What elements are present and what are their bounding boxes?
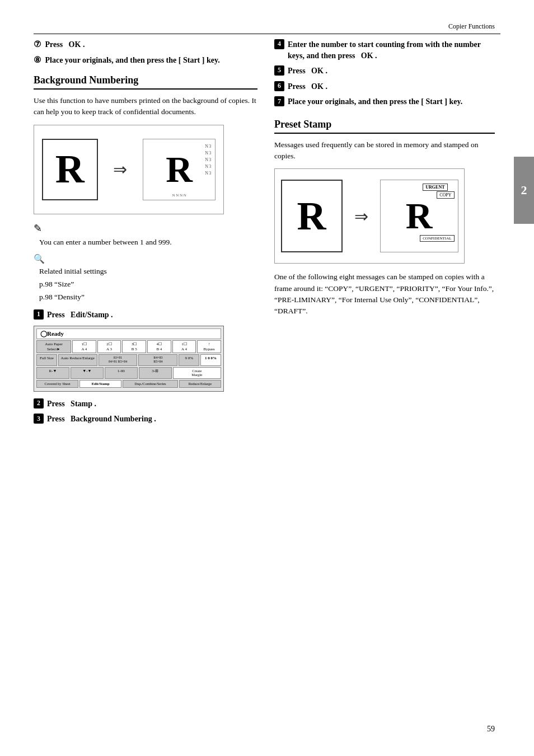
stamp-result-box: R URGENT COPY CONFIDENTIAL [380, 180, 458, 252]
machine-cell-fullsize: Full Size [36, 354, 57, 365]
note-icon: ✎ [34, 222, 257, 234]
left-column: ⑦ Press OK . ⑧ Place your originals, and… [34, 39, 257, 429]
arrow-symbol: ⇒ [113, 159, 127, 179]
background-numbering-body: Use this function to have numbers printe… [34, 95, 257, 118]
step-num: 4 [274, 39, 284, 49]
stamp-confidential-label: CONFIDENTIAL [420, 235, 454, 242]
machine-header: ◯Ready [36, 328, 221, 339]
step-text: Press OK . [288, 81, 495, 92]
left-step-3: 3 Press Background Numbering . [34, 414, 257, 425]
machine-cell-create-margin: CreateMargin [173, 367, 221, 379]
step-num: 3 [34, 414, 44, 424]
step-num: 5 [274, 65, 284, 76]
preset-stamp-body: Messages used frequently can be stored i… [274, 139, 495, 162]
stamp-copy-label: COPY [437, 191, 454, 199]
background-numbering-image: R ⇒ R N3 N3 N3 N3 N3 N N N N [34, 125, 224, 214]
step-num: 7 [274, 96, 284, 106]
machine-row-3: R-▼ ▼-▼ 1-00 3-⊞ CreateMargin [36, 367, 221, 379]
left-step-7-top: ⑧ Place your originals, and then press t… [34, 55, 257, 66]
machine-cell-r2: ▼-▼ [71, 367, 104, 379]
header-text: Copier Functions [448, 22, 495, 31]
step-text: Enter the number to start counting from … [288, 39, 495, 61]
machine-cell-b5: 3☐B 5 [122, 340, 146, 353]
step-text: Place your originals, and then press the… [43, 55, 257, 66]
machine-cell-reduceenlarge: Reduce/Enlarge [179, 380, 221, 388]
machine-cell-dup: Dup./Combine/Series [123, 380, 178, 388]
step-text: Press Stamp . [47, 398, 257, 410]
step-text: Press OK . [43, 39, 257, 50]
preset-stamp-description: One of the following eight messages can … [274, 271, 495, 317]
step-num: ⑦ [34, 39, 41, 50]
page-container: Copier Functions 2 ⑦ Press OK . ⑧ Place … [0, 0, 534, 756]
big-r-numbered: R [166, 148, 193, 191]
numbered-lines: N3 N3 N3 N3 N3 [205, 144, 212, 176]
related-icon: 🔍 [34, 253, 257, 264]
machine-row-2: Full Size Auto Reduce/Enlarge 83+8184+81… [36, 354, 221, 365]
section-preset-stamp-title: Preset Stamp [274, 119, 495, 134]
machine-cell-100: 1 0 0% [200, 354, 221, 365]
side-tab: 2 [514, 157, 534, 224]
step-num: 1 [34, 309, 44, 320]
left-step-2: 2 Press Stamp . [34, 398, 257, 410]
section-background-numbering-title: Background Numbering [34, 74, 257, 90]
page-number: 59 [487, 725, 495, 734]
machine-cell-autoselect: Auto PaperSelect► [36, 340, 71, 353]
right-column: 4 Enter the number to start counting fro… [274, 39, 495, 323]
preset-stamp-image: R ⇒ R URGENT COPY CONFIDENTIAL [274, 168, 465, 264]
step-text: Press Edit/Stamp . [47, 309, 257, 321]
step-num: ⑧ [34, 55, 41, 66]
step-text: Press OK . [288, 65, 495, 77]
step-num: 6 [274, 81, 284, 91]
machine-cell-ratios1: 83+8184+81 R5+84 [99, 354, 138, 365]
step-text: Press Background Numbering . [47, 414, 257, 425]
machine-cell-a4-1: 1☐A 4 [72, 340, 96, 353]
machine-cell-bypass: ↑Bypass [197, 340, 221, 353]
stamp-urgent-label: URGENT [423, 184, 447, 191]
header-rule [34, 34, 500, 34]
machine-row-1: Auto PaperSelect► 1☐A 4 2☐A 3 3☐B 5 4☐B … [36, 340, 221, 353]
machine-cell-editstamp: Edit/Stamp [79, 380, 121, 388]
big-r-stamp: R [406, 195, 433, 237]
letter-r-plain: R [42, 139, 98, 200]
machine-ui-screenshot: ◯Ready Auto PaperSelect► 1☐A 4 2☐A 3 3☐B… [34, 326, 224, 392]
machine-cell-ratios2: R4+83R5+84 [138, 354, 177, 365]
machine-cell-90: 9 0% [179, 354, 199, 365]
machine-cell-r4: 3-⊞ [139, 367, 172, 379]
machine-cell-covered: Covered by Sheet [36, 380, 78, 388]
machine-cell-a4-2: 1☐A 4 [172, 340, 196, 353]
right-step-4: 4 Enter the number to start counting fro… [274, 39, 495, 61]
arrow-symbol-stamp: ⇒ [354, 206, 368, 226]
machine-cell-a3: 2☐A 3 [97, 340, 121, 353]
side-tab-number: 2 [521, 183, 527, 198]
letter-r-numbered: R N3 N3 N3 N3 N3 N N N N [143, 139, 216, 200]
letter-r-stamp: R [281, 180, 343, 252]
machine-cell-autoreduced: Auto Reduce/Enlarge [58, 354, 97, 365]
step-num: 2 [34, 398, 44, 408]
related-text: Related initial settings p.98 “Size” p.9… [39, 265, 257, 304]
right-step-7: 7 Place your originals, and then press t… [274, 96, 495, 107]
numbered-bottom: N N N N [143, 193, 215, 198]
note-text: You can enter a number between 1 and 999… [39, 237, 257, 248]
right-step-5: 5 Press OK . [274, 65, 495, 77]
machine-row-4: Covered by Sheet Edit/Stamp Dup./Combine… [36, 380, 221, 388]
machine-cell-r3: 1-00 [105, 367, 138, 379]
machine-cell-b4: 4☐B 4 [147, 340, 171, 353]
right-step-6: 6 Press OK . [274, 81, 495, 92]
machine-cell-r1: R-▼ [36, 367, 69, 379]
left-step-6-top: ⑦ Press OK . [34, 39, 257, 50]
left-step-1: 1 Press Edit/Stamp . [34, 309, 257, 321]
step-text: Place your originals, and then press the… [288, 96, 495, 107]
